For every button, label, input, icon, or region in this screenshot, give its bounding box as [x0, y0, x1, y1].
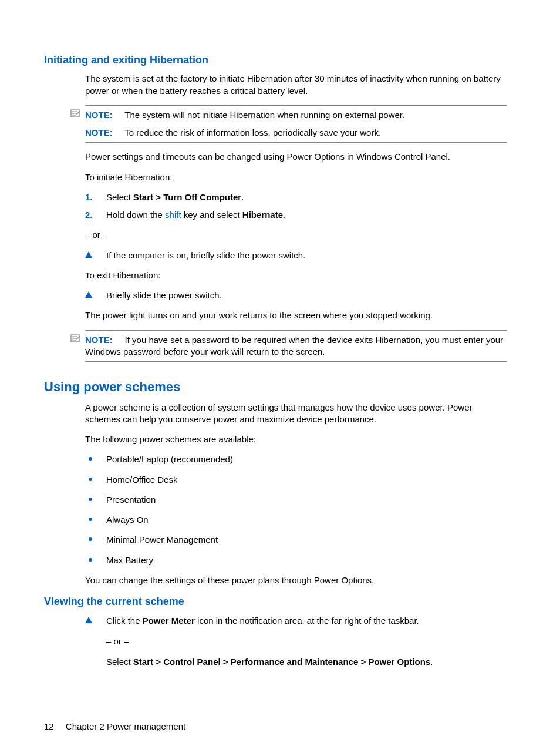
heading-power-schemes: Using power schemes: [44, 378, 507, 396]
list-item: If the computer is on, briefly slide the…: [85, 250, 507, 261]
list-item: 1. Select Start > Turn Off Computer.: [85, 191, 507, 203]
text: Minimal Power Management: [106, 535, 218, 545]
bullet-icon: [89, 457, 92, 461]
note-icon: [70, 334, 80, 343]
text: .: [283, 210, 285, 220]
list-item: Presentation: [85, 494, 507, 506]
bold-text: Start > Control Panel > Performance and …: [133, 657, 430, 667]
note-text: To reduce the risk of information loss, …: [124, 127, 381, 137]
text: .: [430, 657, 433, 667]
bullet-icon: [89, 518, 92, 521]
shift-key-link[interactable]: shift: [165, 210, 181, 220]
action-list: Click the Power Meter icon in the notifi…: [85, 615, 507, 627]
heading-viewing-scheme: Viewing the current scheme: [44, 594, 507, 609]
note-label: NOTE:: [85, 127, 113, 137]
bullet-icon: [89, 498, 92, 501]
text: .: [241, 192, 244, 202]
note-text: If you have set a password to be require…: [85, 335, 503, 357]
list-item: Briefly slide the power switch.: [85, 290, 507, 301]
list-item: Always On: [85, 514, 507, 526]
text: Select: [106, 192, 133, 202]
ordered-list: 1. Select Start > Turn Off Computer. 2. …: [85, 191, 507, 221]
note-text: The system will not initiate Hibernation…: [124, 110, 404, 120]
text: Portable/Laptop (recommended): [106, 454, 233, 464]
bullet-icon: [89, 558, 92, 562]
chapter-label: Chapter 2 Power management: [66, 721, 185, 731]
or-separator: – or –: [85, 229, 507, 241]
para: A power scheme is a collection of system…: [85, 402, 507, 426]
text: Click the: [106, 616, 143, 626]
note-box: NOTE: The system will not initiate Hiber…: [85, 105, 507, 143]
action-list: Briefly slide the power switch.: [85, 290, 507, 301]
text: Hold down the: [106, 210, 165, 220]
list-item: Portable/Laptop (recommended): [85, 453, 507, 465]
para: Select Start > Control Panel > Performan…: [106, 656, 507, 668]
para: To exit Hibernation:: [85, 270, 507, 281]
list-item: Max Battery: [85, 555, 507, 566]
bold-text: Power Meter: [143, 616, 195, 626]
note-icon: [70, 109, 80, 118]
para: The following power schemes are availabl…: [85, 434, 507, 445]
text: icon in the notification area, at the fa…: [195, 616, 419, 626]
list-item: Click the Power Meter icon in the notifi…: [85, 615, 507, 627]
text: Briefly slide the power switch.: [106, 290, 222, 300]
triangle-icon: [85, 251, 92, 258]
bullet-icon: [89, 478, 92, 481]
step-number: 2.: [85, 209, 93, 221]
bold-text: Start > Turn Off Computer: [133, 192, 241, 202]
text: Home/Office Desk: [106, 475, 177, 485]
action-list: If the computer is on, briefly slide the…: [85, 250, 507, 261]
heading-hibernation: Initiating and exiting Hibernation: [44, 53, 507, 67]
list-item: Home/Office Desk: [85, 474, 507, 486]
or-separator: – or –: [106, 636, 507, 647]
list-item: 2. Hold down the shift key and select Hi…: [85, 209, 507, 221]
triangle-icon: [85, 291, 92, 298]
para: You can change the settings of these pow…: [85, 574, 507, 586]
para: Power settings and timeouts can be chang…: [85, 151, 507, 163]
para: The system is set at the factory to init…: [85, 73, 507, 97]
para: To initiate Hibernation:: [85, 172, 507, 183]
text: If the computer is on, briefly slide the…: [106, 250, 305, 260]
page-number: 12: [44, 721, 54, 731]
note-label: NOTE:: [85, 335, 113, 345]
triangle-icon: [85, 617, 92, 623]
text: Always On: [106, 515, 149, 525]
note-box: NOTE: If you have set a password to be r…: [85, 330, 507, 362]
step-number: 1.: [85, 191, 93, 203]
text: key and select: [181, 210, 242, 220]
bold-text: Hibernate: [242, 210, 283, 220]
text: Select: [106, 657, 133, 667]
text: Presentation: [106, 495, 156, 505]
note-label: NOTE:: [85, 110, 113, 120]
list-item: Minimal Power Management: [85, 534, 507, 546]
page-footer: 12 Chapter 2 Power management: [44, 721, 507, 732]
scheme-list: Portable/Laptop (recommended) Home/Offic…: [85, 453, 507, 566]
para: The power light turns on and your work r…: [85, 310, 507, 321]
bullet-icon: [89, 537, 92, 541]
text: Max Battery: [106, 555, 153, 565]
